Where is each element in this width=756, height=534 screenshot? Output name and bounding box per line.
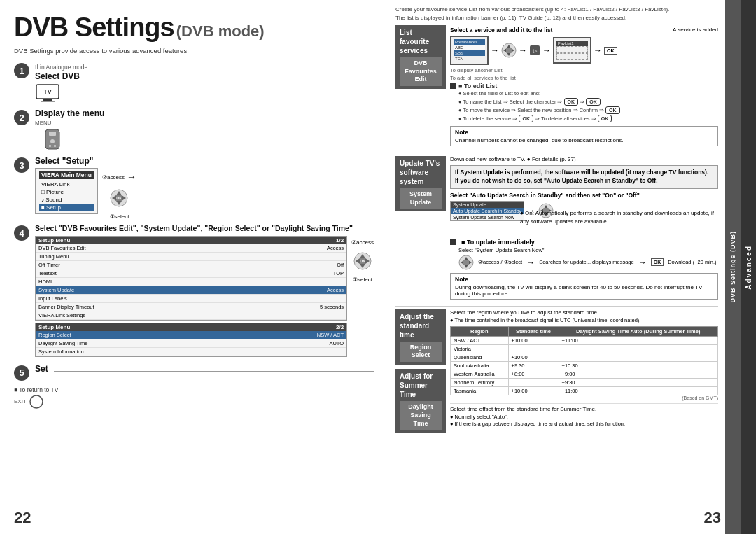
dvb-sidebar: DVB Settings (DVB) bbox=[725, 0, 741, 534]
step-3-row: 3 Select "Setup" VIERA Main Menu VIERA L… bbox=[14, 156, 374, 220]
step-1-content: If in Analogue mode Select DVB TV bbox=[35, 62, 374, 104]
to-edit-items: ● Select the field of List to edit and: … bbox=[458, 90, 718, 123]
step-4-menu2: Setup Menu 2/2 Region SelectNSW / ACT Da… bbox=[35, 323, 347, 357]
svg-rect-7 bbox=[49, 145, 51, 147]
menu-title: VIERA Main Menu bbox=[39, 171, 94, 179]
access-label-4: ②access bbox=[351, 239, 374, 246]
to-edit-title: ■ To edit List bbox=[450, 83, 718, 90]
section1-label-col: List favourite services DVB Favourites E… bbox=[396, 25, 446, 149]
select-icon-1: ▷ bbox=[529, 45, 540, 56]
page-number-right: 23 bbox=[704, 509, 721, 527]
svg-rect-2 bbox=[41, 101, 55, 102]
section4-bullet2: ● If there is a gap between displayed ti… bbox=[450, 421, 718, 427]
menu-item-viera-link: VIERA Link bbox=[39, 181, 94, 188]
section2-sublabel: System Update bbox=[400, 188, 442, 209]
svg-rect-5 bbox=[49, 132, 56, 136]
table-row: South Australia +9:30 +10:30 bbox=[451, 361, 718, 370]
menu-row-daylight: Daylight Saving TimeAUTO bbox=[36, 339, 346, 348]
bold-warning: If System Update is performed, the softw… bbox=[450, 165, 718, 189]
screen-box-2: FavList1 - - - - - - bbox=[553, 37, 592, 64]
section4-bullet1: ● Normally select "Auto". bbox=[450, 414, 718, 420]
based-on-gmt: (Based on GMT) bbox=[450, 395, 718, 400]
menu-item-sound: ♪ Sound bbox=[39, 196, 94, 204]
access-arrows: ②access → bbox=[102, 171, 136, 183]
section1-diagram: Preferences ABC SBS TEN → bbox=[450, 36, 718, 65]
svg-rect-8 bbox=[54, 145, 56, 147]
advanced-sidebar: Advanced bbox=[741, 0, 756, 534]
step-4-menu1: Setup Menu 1/2 DVB Favourites EditAccess… bbox=[35, 236, 347, 321]
tv-icon: TV bbox=[35, 83, 374, 104]
section34-label-col: Adjust the standard time Region Select A… bbox=[396, 309, 446, 433]
select-label-3: ①select bbox=[110, 213, 130, 220]
svg-text:OK: OK bbox=[117, 196, 122, 200]
section3-label: Adjust the standard time Region Select bbox=[396, 309, 446, 365]
section3-content: Select the region where you live to adju… bbox=[450, 309, 718, 400]
step-4-circle: 4 bbox=[14, 225, 29, 241]
intro-text: DVB Settings provide access to various a… bbox=[14, 47, 374, 55]
on-description: ● On: Automatically performs a search in… bbox=[520, 209, 718, 226]
section-list-fav: List favourite services DVB Favourites E… bbox=[396, 25, 718, 153]
dpad-small-3 bbox=[458, 255, 474, 270]
menu-row-hdmi: HDMI bbox=[36, 278, 346, 286]
set-line bbox=[54, 371, 374, 372]
table-header-std: Standard time bbox=[508, 326, 559, 336]
menu-row-sysinfo: System Information bbox=[36, 348, 346, 356]
dpad-icon-3: OK bbox=[109, 188, 129, 208]
step-5-label: Set bbox=[35, 364, 48, 374]
table-row: NSW / ACT +10:00 +11:00 bbox=[451, 336, 718, 344]
table-row: Western Australia +8:00 +9:00 bbox=[451, 370, 718, 378]
step-5-row: 5 Set bbox=[14, 364, 374, 381]
step-4-content: Select "DVB Favourites Edit", "System Up… bbox=[35, 224, 374, 357]
section4-label: Adjust for Summer Time Daylight Saving T… bbox=[396, 369, 446, 433]
step-2-circle: 2 bbox=[14, 110, 29, 125]
step-2-content: Display the menu MENU bbox=[35, 108, 374, 152]
section34-main: Select the region where you live to adju… bbox=[450, 309, 718, 433]
menu-item-setup-selected: ■ Setup bbox=[39, 204, 94, 211]
to-add-all-label: To add all services to the list bbox=[450, 75, 718, 81]
note-box-2: Note During downloading, the TV will dis… bbox=[450, 273, 718, 300]
dpad-small-1 bbox=[501, 43, 517, 58]
step-3-menu: VIERA Main Menu VIERA Link □ Picture ♪ S… bbox=[35, 168, 98, 214]
menu-row-offtimer: Off TimerOff bbox=[36, 261, 346, 269]
menu-row-sysupdate: System UpdateAccess bbox=[36, 286, 346, 295]
section2-label-col: Update TV's software system System Updat… bbox=[396, 156, 446, 302]
step-1-row: 1 If in Analogue mode Select DVB TV bbox=[14, 62, 374, 104]
ok-btn-1: OK bbox=[604, 47, 617, 55]
step-1-circle: 1 bbox=[14, 63, 29, 78]
right-content: Create your favourite service List from … bbox=[388, 0, 725, 534]
menu-remote-icon bbox=[35, 126, 70, 150]
return-to-tv-section: ■ To return to TV EXIT bbox=[14, 386, 374, 409]
table-row: Tasmania +10:00 +11:00 bbox=[451, 386, 718, 395]
step-5-circle: 5 bbox=[14, 365, 29, 381]
step-2-row: 2 Display the menu MENU bbox=[14, 108, 374, 152]
section1-label: List favourite services DVB Favourites E… bbox=[396, 25, 446, 89]
menu-item-picture: □ Picture bbox=[39, 188, 94, 196]
to-update-steps: Select "System Update Search Now" bbox=[458, 247, 718, 270]
step-3-label: Select "Setup" bbox=[35, 156, 374, 166]
step-4-label: Select "DVB Favourites Edit", "System Up… bbox=[35, 224, 374, 234]
note-box-1: Note Channel numbers cannot be changed, … bbox=[450, 126, 718, 146]
section1-main: Select a service and add it to the list … bbox=[450, 25, 718, 149]
to-edit-section: ■ To edit List ● Select the field of Lis… bbox=[450, 83, 718, 123]
section2-main: Download new software to TV. ● For detai… bbox=[450, 156, 718, 302]
menu-row-banner: Banner Display Timeout5 seconds bbox=[36, 303, 346, 311]
table-header-region: Region bbox=[451, 326, 509, 336]
section1-sublabel: DVB Favourites Edit bbox=[400, 57, 442, 86]
setup-menu2-title: Setup Menu 2/2 bbox=[36, 323, 346, 331]
step-5-content: Set bbox=[35, 364, 374, 375]
step-2-label: Display the menu bbox=[35, 108, 374, 118]
left-page: DVB Settings (DVB mode) DVB Settings pro… bbox=[0, 0, 388, 534]
table-header-dst: Daylight Saving Time Auto (During Summer… bbox=[559, 326, 718, 336]
steps-area: 1 If in Analogue mode Select DVB TV bbox=[14, 62, 374, 381]
dvb-sidebar-text: DVB Settings (DVB) bbox=[729, 231, 736, 303]
page-container: DVB Settings (DVB mode) DVB Settings pro… bbox=[0, 0, 756, 534]
step-1-label: If in Analogue mode Select DVB bbox=[35, 62, 374, 81]
auto-update-select-label: Select "Auto Update Search in Standby" a… bbox=[450, 192, 718, 199]
menu-icon: MENU bbox=[35, 120, 374, 126]
svg-point-6 bbox=[50, 139, 55, 143]
page-number-left: 22 bbox=[14, 509, 31, 527]
region-table: Region Standard time Daylight Saving Tim… bbox=[450, 326, 718, 395]
select-service-label: Select a service and add it to the list … bbox=[450, 27, 718, 34]
dpad-icon-4: OK bbox=[353, 251, 372, 271]
ok-btn-download: OK bbox=[651, 258, 664, 266]
